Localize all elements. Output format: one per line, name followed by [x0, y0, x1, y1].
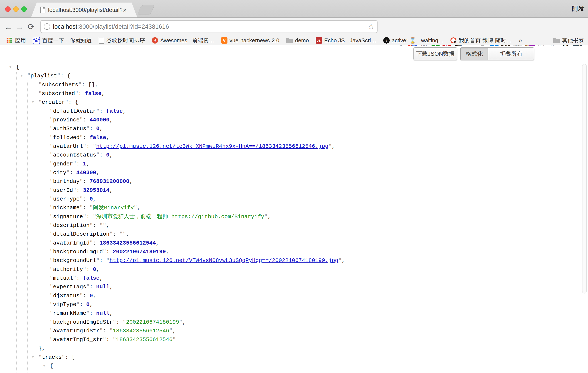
collapse-toggle-icon[interactable]: ▼	[9, 63, 11, 72]
tab-title: localhost:3000/playlist/detail?	[48, 7, 122, 14]
bookmark-label: 我的首页 微博-随时…	[459, 37, 512, 44]
url-host: localhost	[53, 23, 77, 30]
json-line: "avatarImgId": 18633423556612544,	[0, 239, 574, 247]
json-key: accountStatus	[53, 152, 96, 158]
bookmark-item[interactable]: Vvue-hackernews-2.0	[221, 37, 279, 44]
indent-guide	[50, 371, 50, 373]
json-line: "description": "",	[0, 221, 574, 230]
json-key: authStatus	[53, 126, 86, 132]
collapse-all-button[interactable]: 折叠所有	[488, 48, 534, 60]
json-line: "vipType": 0,	[0, 300, 574, 309]
bookmark-item[interactable]: ↓active: ⌛ - waiting…	[383, 37, 444, 44]
vue-icon: V	[221, 37, 228, 43]
active-icon: ↓	[383, 37, 390, 43]
json-value: 768931200000	[90, 178, 129, 185]
other-bookmarks-button[interactable]: 其他书签	[553, 36, 584, 45]
bookmark-label: 谷歌按时间排序	[106, 37, 145, 44]
json-bracket: {	[67, 73, 70, 79]
json-line: "signature": "深圳市爱猫人士，前端工程师 https://gith…	[0, 213, 574, 221]
bookmark-item[interactable]: demo	[286, 37, 309, 44]
json-line: "nickname": "阿发Binaryify",	[0, 203, 574, 212]
json-value: false	[106, 108, 123, 114]
json-line: ▼{	[0, 362, 574, 371]
bookmark-item[interactable]: AAwesomes - 前端资…	[152, 37, 214, 44]
json-line: "detailDescription": "",	[0, 230, 574, 239]
json-key: signature	[53, 213, 83, 220]
json-line: "gender": 1,	[0, 160, 574, 169]
json-line: "avatarImgId_str": "18633423556612546"	[0, 335, 574, 344]
json-string: 18633423556612546	[116, 336, 172, 343]
json-bracket: }	[39, 345, 42, 352]
indent-guide	[27, 81, 28, 373]
json-line: "avatarUrl": "http://p1.music.126.net/tc…	[0, 142, 574, 151]
bookmark-item[interactable]: 我的首页 微博-随时…	[451, 37, 512, 44]
site-info-icon[interactable]: i	[44, 23, 50, 30]
bookmark-item[interactable]: JSEcho JS - JavaScri…	[316, 37, 377, 44]
zoom-window-button[interactable]	[21, 6, 27, 12]
forward-button[interactable]: →	[14, 18, 25, 36]
close-window-button[interactable]	[5, 6, 11, 12]
url-text[interactable]: localhost:3000/playlist/detail?id=243816…	[53, 23, 169, 30]
json-value: 2002210674180199	[113, 249, 166, 255]
json-line: "backgroundUrl": "http://p1.music.126.ne…	[0, 256, 574, 265]
back-button[interactable]: ←	[3, 18, 14, 36]
bookmark-label: Awesomes - 前端资…	[160, 37, 214, 44]
json-key: subscribed	[42, 90, 75, 97]
json-line: "birthday": 768931200000,	[0, 177, 574, 186]
json-line: ▼"tracks": [	[0, 353, 574, 362]
collapse-toggle-icon[interactable]: ▼	[21, 72, 23, 80]
json-value: false	[90, 134, 106, 141]
new-tab-button[interactable]	[137, 5, 155, 14]
folder-icon	[286, 37, 293, 44]
json-key: creator	[42, 99, 65, 106]
bookmark-item[interactable]: 应用	[6, 37, 26, 44]
json-key: birthday	[53, 178, 80, 185]
json-key: backgroundImgId	[53, 249, 103, 255]
indent-guide	[16, 72, 17, 373]
json-key: province	[53, 117, 80, 123]
page-icon	[99, 37, 104, 44]
minimize-window-button[interactable]	[13, 6, 19, 12]
json-line: "userId": 32953014,	[0, 186, 574, 195]
scrollbar-thumb[interactable]	[582, 64, 587, 293]
collapse-toggle-icon[interactable]: ▼	[43, 362, 45, 371]
page-favicon-icon	[40, 7, 45, 14]
json-line: "province": 440000,	[0, 116, 574, 124]
bookmark-item[interactable]: 谷歌按时间排序	[99, 37, 145, 44]
json-key: detailDescription	[53, 231, 109, 237]
bookmark-item[interactable]: 百度一下，你就知道	[33, 37, 92, 44]
address-bar[interactable]: i localhost:3000/playlist/detail?id=2438…	[40, 20, 378, 33]
indent-guide	[39, 362, 39, 373]
json-key: mutual	[53, 275, 73, 281]
json-line: "accountStatus": 0,	[0, 151, 574, 160]
bookmark-label: active: ⌛ - waiting…	[392, 37, 444, 44]
json-link[interactable]: http://p1.music.126.net/VTW4vsN08vwL3uSQ…	[109, 257, 338, 264]
bookmarks-overflow-chevron[interactable]: »	[518, 37, 522, 44]
json-line: },	[0, 344, 574, 353]
collapse-toggle-icon[interactable]: ▼	[32, 98, 34, 107]
collapse-toggle-icon[interactable]: ▼	[32, 353, 34, 362]
json-line: "backgroundImgId": 2002210674180199,	[0, 247, 574, 256]
bookmark-star-icon[interactable]: ☆	[368, 23, 375, 30]
other-bookmarks-label: 其他书签	[562, 37, 584, 44]
profile-name[interactable]: 阿发	[572, 4, 585, 13]
json-line: "defaultAvatar": false,	[0, 107, 574, 116]
json-line: "authStatus": 0,	[0, 124, 574, 133]
browser-tab[interactable]: localhost:3000/playlist/detail? ×	[31, 2, 137, 17]
json-key: avatarImgIdStr	[53, 328, 99, 334]
json-value: false	[85, 90, 101, 97]
json-value: 440000	[90, 117, 109, 123]
json-line: "subscribed": false,	[0, 89, 574, 98]
bookmark-label: vue-hackernews-2.0	[230, 37, 279, 44]
json-key: nickname	[53, 204, 80, 211]
format-button[interactable]: 格式化	[461, 48, 488, 60]
json-line: "subscribers": [],	[0, 81, 574, 89]
apps-grid-icon	[6, 37, 13, 44]
download-json-button[interactable]: 下载JSON数据	[413, 47, 457, 60]
close-tab-icon[interactable]: ×	[123, 7, 127, 14]
json-value: []	[88, 82, 95, 88]
url-path: :3000/playlist/detail?id=24381616	[77, 23, 169, 30]
json-link[interactable]: http://p1.music.126.net/tc3Wk_XNPmwiR4hx…	[96, 143, 328, 149]
reload-button[interactable]: ⟳	[25, 18, 37, 36]
browser-toolbar: ← → ⟳ i localhost:3000/playlist/detail?i…	[0, 18, 588, 36]
